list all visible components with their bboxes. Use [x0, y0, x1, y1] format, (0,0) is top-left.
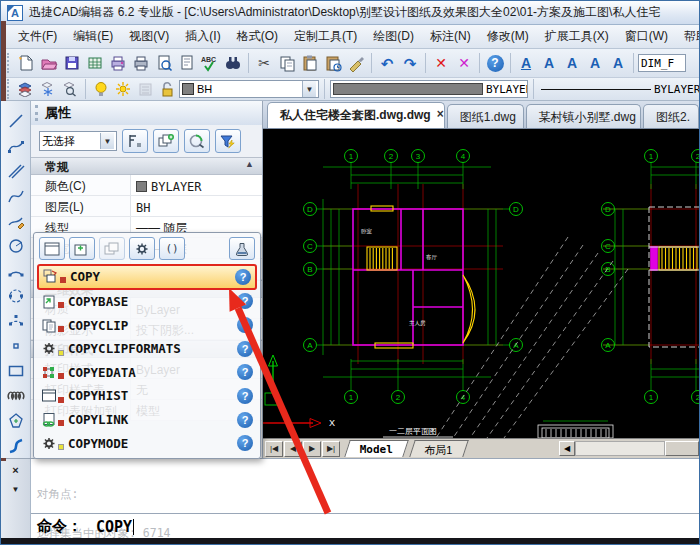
toolbar-grip[interactable] — [7, 79, 12, 99]
export-acis-button[interactable] — [84, 52, 106, 74]
new-file-button[interactable] — [15, 52, 37, 74]
horizontal-scrollbar[interactable]: ◀ — [559, 441, 700, 457]
help-icon[interactable]: ? — [237, 317, 253, 333]
popup-settings-button[interactable] — [129, 237, 155, 260]
mline-tool-button[interactable] — [4, 159, 28, 183]
popup-item-copylink[interactable]: COPYLINK ? — [37, 408, 257, 432]
popup-item-copyclip[interactable]: COPYCLIP ? — [37, 313, 257, 337]
help-icon[interactable]: ? — [237, 412, 253, 428]
sketch-tool-button[interactable] — [4, 209, 28, 233]
layer-freeze-button[interactable] — [38, 80, 58, 98]
next-sheet-button[interactable]: ▶ — [303, 441, 321, 457]
layer-lock-toggle[interactable] — [157, 80, 177, 98]
menu-dimension[interactable]: 标注(N) — [423, 25, 478, 48]
help-icon[interactable]: ? — [235, 269, 251, 285]
popup-item-copyclipformats[interactable]: COPYCLIPFORMATS ? — [37, 337, 257, 361]
model-tab[interactable]: Model — [344, 440, 409, 457]
popup-window-button[interactable] — [39, 237, 65, 260]
menu-format[interactable]: 格式(O) — [230, 25, 285, 48]
layer-search-button[interactable] — [60, 80, 80, 98]
paste-button[interactable] — [299, 52, 321, 74]
popup-item-copyhist[interactable]: COPYHIST ? — [37, 384, 257, 408]
close-icon[interactable]: × — [437, 107, 444, 128]
chevron-down-icon[interactable]: ▼ — [302, 81, 316, 97]
cut-button[interactable]: ✂ — [253, 52, 275, 74]
menu-express-tools[interactable]: 扩展工具(X) — [538, 25, 616, 48]
drawing-canvas[interactable]: 1 2 3 4 D C B A D A 1 2 4 1 2 D C B A 1 … — [263, 129, 700, 438]
menu-view[interactable]: 视图(V) — [122, 25, 176, 48]
menu-edit[interactable]: 编辑(E) — [66, 25, 120, 48]
section-general[interactable]: 常规 ▲ — [31, 157, 262, 175]
mtext-button[interactable]: A — [561, 52, 583, 74]
layer-combo[interactable]: BH ▼ — [179, 80, 319, 98]
dim-style-combo[interactable]: DIM_F — [638, 54, 686, 72]
find-button[interactable] — [222, 52, 244, 74]
popup-item-copy[interactable]: COPY ? — [37, 264, 257, 290]
circle-tool-button[interactable] — [4, 234, 28, 258]
layer-thaw-toggle[interactable] — [113, 80, 133, 98]
polyline-tool-button[interactable] — [4, 134, 28, 158]
popup-filter-button[interactable] — [229, 237, 255, 260]
layer-on-toggle[interactable] — [91, 80, 111, 98]
menu-insert[interactable]: 插入(I) — [178, 25, 227, 48]
help-icon[interactable]: ? — [237, 388, 253, 404]
chevron-down-icon[interactable]: ▼ — [100, 133, 114, 149]
single-text-button[interactable]: A — [538, 52, 560, 74]
layer-plot-toggle[interactable] — [135, 80, 155, 98]
doc-tab-2[interactable]: 某村镇小别墅.dwg — [526, 104, 642, 128]
command-window-down-button[interactable]: ▼ — [12, 486, 20, 494]
scroll-left-button[interactable]: ◀ — [559, 441, 575, 456]
popup-add-window-button[interactable] — [69, 237, 95, 260]
linetype-combo[interactable]: BYLAYER — [539, 80, 700, 98]
help-button[interactable]: ? — [484, 52, 506, 74]
prop-row-color[interactable]: 颜色(C) BYLAYER — [31, 175, 262, 196]
filter-button[interactable] — [215, 129, 241, 153]
popup-cascade-button[interactable] — [99, 237, 125, 260]
text-style-button[interactable]: A — [515, 52, 537, 74]
collapse-icon[interactable]: ▲ — [245, 159, 254, 174]
help-icon[interactable]: ? — [237, 293, 253, 309]
spell-check-button[interactable]: ABC — [199, 52, 221, 74]
menu-window[interactable]: 窗口(W) — [618, 25, 675, 48]
layer-manager-button[interactable] — [16, 80, 36, 98]
menu-help[interactable]: 帮助(H) — [677, 25, 700, 48]
first-sheet-button[interactable]: |◀ — [265, 441, 283, 457]
popup-braces-button[interactable]: () — [159, 237, 185, 260]
find-text-button[interactable]: A — [607, 52, 629, 74]
spline-edit-tool-button[interactable] — [4, 434, 28, 458]
selection-combo[interactable]: 无选择 ▼ — [39, 131, 117, 151]
edit-text-button[interactable]: A — [584, 52, 606, 74]
help-icon[interactable]: ? — [237, 364, 253, 380]
undo-button[interactable]: ↶ — [376, 52, 398, 74]
scrollbar-thumb[interactable] — [665, 441, 699, 456]
doc-tab-1[interactable]: 图纸1.dwg — [447, 104, 524, 128]
quick-select-button[interactable] — [184, 129, 210, 153]
batch-print-button[interactable] — [107, 52, 129, 74]
doc-tab-3[interactable]: 图纸2. — [643, 104, 699, 128]
rectangle-tool-button[interactable] — [4, 359, 28, 383]
delete-button[interactable]: ✕ — [430, 52, 452, 74]
popup-item-copymode[interactable]: COPYMODE ? — [37, 431, 257, 455]
popup-item-copybase[interactable]: COPYBASE ? — [37, 290, 257, 314]
polygon-tool-button[interactable] — [4, 409, 28, 433]
help-icon[interactable]: ? — [237, 341, 253, 357]
open-file-button[interactable] — [38, 52, 60, 74]
page-setup-button[interactable] — [176, 52, 198, 74]
menu-draw[interactable]: 绘图(D) — [366, 25, 421, 48]
prop-row-layer[interactable]: 图层(L) BH — [31, 196, 262, 217]
copy-button[interactable] — [276, 52, 298, 74]
last-sheet-button[interactable]: ▶| — [322, 441, 340, 457]
menu-custom-tools[interactable]: 定制工具(T) — [287, 25, 364, 48]
revcloud-tool-button[interactable] — [4, 384, 28, 408]
menu-file[interactable]: 文件(F) — [11, 25, 64, 48]
line-tool-button[interactable] — [4, 109, 28, 133]
prev-sheet-button[interactable]: ◀ — [284, 441, 302, 457]
erase-button[interactable]: ✕ — [453, 52, 475, 74]
point-tool-button[interactable] — [4, 334, 28, 358]
paste-special-button[interactable] — [322, 52, 344, 74]
format-painter-button[interactable] — [345, 52, 367, 74]
print-preview-button[interactable] — [153, 52, 175, 74]
scrollbar-track[interactable] — [575, 441, 665, 456]
print-button[interactable] — [130, 52, 152, 74]
command-input-line[interactable]: 命令： COPY — [31, 513, 700, 539]
